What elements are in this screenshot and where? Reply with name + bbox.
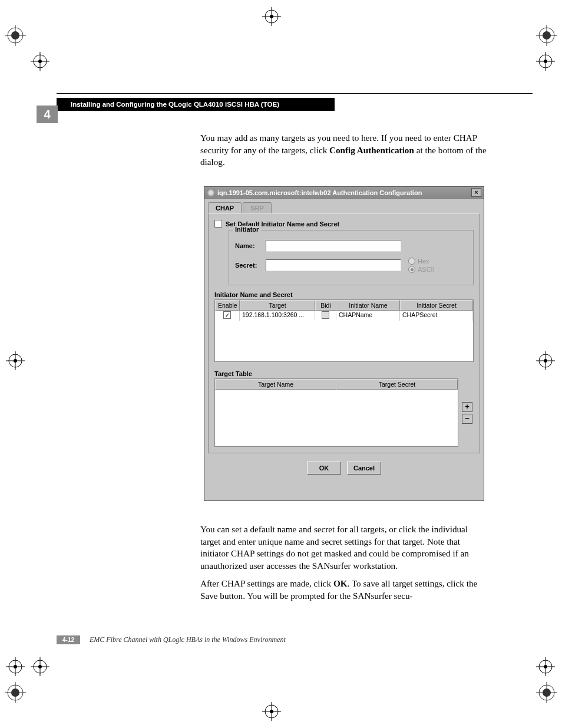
footer-title: EMC Fibre Channel with QLogic HBAs in th… <box>90 635 286 644</box>
body-paragraph-1: You may add as many targets as you need … <box>200 132 489 174</box>
crop-target-icon <box>31 657 49 676</box>
page-number: 4-12 <box>57 635 80 644</box>
app-icon <box>207 189 215 197</box>
registration-mark <box>5 682 26 703</box>
text-bold: OK <box>333 578 348 588</box>
ascii-radio[interactable] <box>408 266 415 273</box>
target-table[interactable]: Target Name Target Secret <box>214 378 458 447</box>
svg-point-19 <box>38 60 42 63</box>
authentication-config-dialog: iqn.1991-05.com.microsoft:intelwb02 Auth… <box>204 186 484 501</box>
crop-target-icon <box>536 351 555 370</box>
crop-target-icon <box>262 702 281 721</box>
svg-point-51 <box>270 710 273 713</box>
hex-radio[interactable] <box>408 258 415 265</box>
row-bidi-checkbox[interactable] <box>322 311 329 319</box>
svg-point-39 <box>38 665 42 668</box>
ok-button[interactable]: OK <box>307 462 341 475</box>
crop-target-icon <box>262 7 281 26</box>
dialog-titlebar: iqn.1991-05.com.microsoft:intelwb02 Auth… <box>204 187 484 199</box>
tab-panel-chap: Set Default Initiator Name and Secret In… <box>208 213 480 453</box>
set-default-checkbox[interactable] <box>214 220 222 228</box>
col-target-name[interactable]: Target Name <box>215 379 336 390</box>
col-enable[interactable]: Enable <box>215 300 240 311</box>
add-row-button[interactable]: + <box>462 402 472 412</box>
initiator-name-input[interactable] <box>266 240 401 252</box>
crop-target-icon <box>536 657 555 676</box>
col-initiator-name[interactable]: Initiator Name <box>336 300 400 311</box>
registration-mark <box>536 682 557 703</box>
initiator-secret-input[interactable] <box>266 259 401 271</box>
svg-point-27 <box>14 359 17 363</box>
svg-point-35 <box>14 665 17 668</box>
text-bold: Config Authentication <box>329 145 414 155</box>
secret-label: Secret: <box>235 262 266 269</box>
body-paragraph-lower: You can set a default name and secret fo… <box>200 523 489 608</box>
initiator-table[interactable]: Enable Target Bidi Initiator Name Initia… <box>214 299 474 362</box>
page-footer: 4-12 EMC Fibre Channel with QLogic HBAs … <box>57 635 286 644</box>
chapter-number-tab: 4 <box>37 106 58 123</box>
col-bidi[interactable]: Bidi <box>315 300 336 311</box>
svg-point-31 <box>544 359 547 363</box>
initiator-table-label: Initiator Name and Secret <box>214 291 474 298</box>
crop-target-icon <box>6 351 25 370</box>
svg-point-43 <box>544 665 547 668</box>
page-header: Installing and Configuring the QLogic QL… <box>57 98 335 111</box>
dialog-title: iqn.1991-05.com.microsoft:intelwb02 Auth… <box>217 189 422 196</box>
row-initiator-secret: CHAPSecret <box>400 311 473 321</box>
hex-label: Hex <box>418 258 429 265</box>
encoding-radio-group: Hex ASCII <box>408 256 435 274</box>
text: After CHAP settings are made, click <box>200 578 333 588</box>
close-button[interactable]: × <box>471 188 481 197</box>
row-initiator-name: CHAPName <box>336 311 400 321</box>
col-target[interactable]: Target <box>240 300 315 311</box>
row-enable-checkbox[interactable]: ✓ <box>223 311 231 319</box>
tab-chap[interactable]: CHAP <box>208 202 242 213</box>
registration-mark <box>5 25 26 46</box>
svg-point-23 <box>544 60 547 63</box>
col-initiator-secret[interactable]: Initiator Secret <box>400 300 473 311</box>
text: You can set a default name and secret fo… <box>200 523 489 572</box>
remove-row-button[interactable]: − <box>462 414 472 424</box>
registration-mark <box>536 25 557 46</box>
cancel-button[interactable]: Cancel <box>347 462 381 475</box>
initiator-fieldset: Initiator Name: Secret: Hex ASCII <box>229 230 474 285</box>
initiator-legend: Initiator <box>233 226 261 233</box>
tab-strip: CHAP SRP <box>204 199 484 213</box>
ascii-label: ASCII <box>418 266 435 273</box>
crop-target-icon <box>31 52 49 71</box>
tab-srp[interactable]: SRP <box>243 202 272 213</box>
target-table-label: Target Table <box>214 370 474 377</box>
row-target: 192.168.1.100:3260 ... <box>240 311 315 321</box>
table-row[interactable]: ✓ 192.168.1.100:3260 ... CHAPName CHAPSe… <box>215 311 473 321</box>
svg-point-47 <box>270 15 273 18</box>
col-target-secret[interactable]: Target Secret <box>336 379 458 390</box>
name-label: Name: <box>235 242 266 249</box>
crop-target-icon <box>6 657 25 676</box>
crop-target-icon <box>536 52 555 71</box>
